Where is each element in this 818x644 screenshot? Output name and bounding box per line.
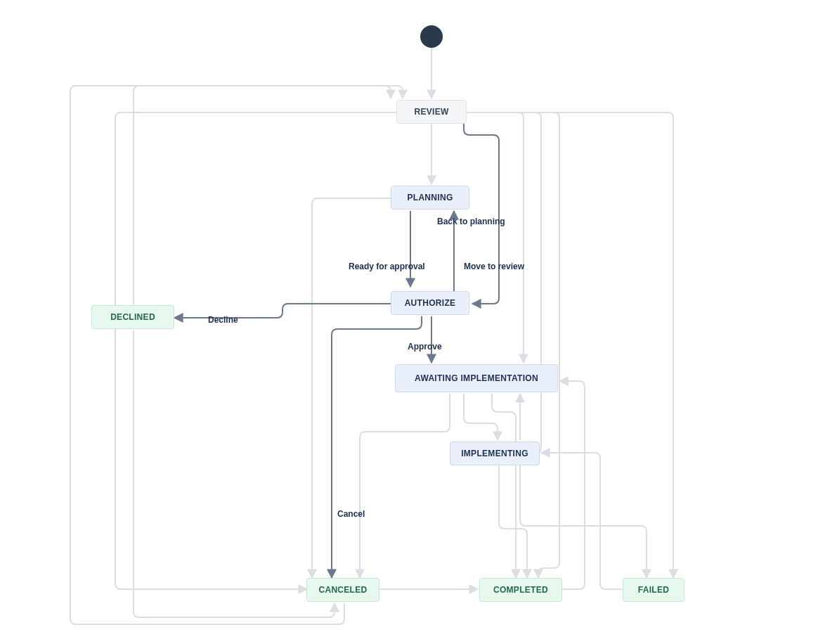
start-node	[420, 25, 443, 48]
state-declined: DECLINED	[91, 305, 174, 329]
workflow-diagram: REVIEW PLANNING AUTHORIZE DECLINED AWAIT…	[0, 0, 818, 644]
state-planning: PLANNING	[391, 186, 469, 210]
state-review: REVIEW	[396, 100, 467, 124]
edge-label-approve: Approve	[408, 342, 442, 352]
state-failed: FAILED	[623, 578, 684, 602]
state-canceled: CANCELED	[306, 578, 379, 602]
edge-label-ready-for-approval: Ready for approval	[349, 262, 425, 271]
edge-label-decline: Decline	[208, 315, 238, 325]
unlabeled-edges	[70, 48, 673, 624]
edge-label-back-to-planning: Back to planning	[437, 217, 505, 226]
state-awaiting-implementation: AWAITING IMPLEMENTATION	[395, 364, 558, 392]
edge-label-cancel: Cancel	[337, 509, 365, 519]
edge-label-move-to-review: Move to review	[464, 262, 524, 271]
state-implementing: IMPLEMENTING	[450, 442, 540, 465]
state-authorize: AUTHORIZE	[391, 291, 469, 315]
state-completed: COMPLETED	[479, 578, 562, 602]
